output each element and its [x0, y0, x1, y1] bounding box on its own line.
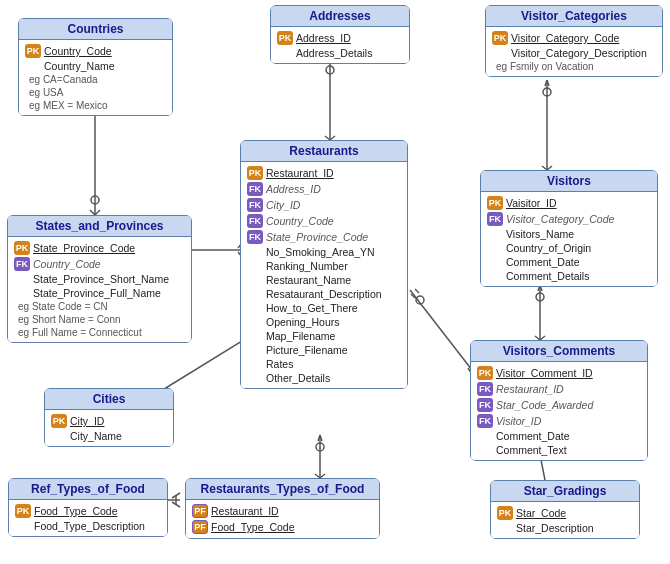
pk-badge: PK — [477, 366, 493, 380]
field-row: PKState_Province_Code — [14, 240, 185, 256]
visitors-comments-header: Visitors_Comments — [471, 341, 647, 362]
field-row: Address_Details — [277, 46, 403, 60]
field-row: PKFood_Type_Code — [15, 503, 161, 519]
svg-line-32 — [410, 290, 472, 370]
field-row: How_to_Get_There — [247, 301, 401, 315]
svg-line-59 — [172, 502, 180, 507]
field-name: eg Full Name = Connecticut — [18, 327, 142, 338]
field-row: FKVisitor_ID — [477, 413, 641, 429]
svg-point-29 — [543, 88, 551, 96]
field-row: No_Smoking_Area_YN — [247, 245, 401, 259]
field-name: Star_Code_Awarded — [496, 399, 593, 411]
visitors-body: PKVaisitor_ID FKVisitor_Category_Code Vi… — [481, 192, 657, 286]
pk-badge: PK — [497, 506, 513, 520]
field-name: Comment_Date — [506, 256, 580, 268]
pk-badge: PK — [25, 44, 41, 58]
field-name: Address_ID — [296, 32, 351, 44]
field-name: Opening_Hours — [266, 316, 340, 328]
field-name: State_Province_Code — [266, 231, 368, 243]
fk-badge: FK — [14, 257, 30, 271]
field-row: eg Fsmily on Vacation — [492, 60, 656, 73]
svg-line-37 — [415, 289, 419, 293]
field-row: Star_Description — [497, 521, 633, 535]
visitor-cat-body: PKVisitor_Category_Code Visitor_Category… — [486, 27, 662, 76]
rest-food-header: Restaurants_Types_of_Food — [186, 479, 379, 500]
svg-line-30 — [545, 80, 547, 86]
fk-badge: FK — [477, 382, 493, 396]
field-row: State_Province_Full_Name — [14, 286, 185, 300]
field-name: Visitor_Category_Code — [511, 32, 619, 44]
countries-body: PKCountry_Code Country_Name eg CA=Canada… — [19, 40, 172, 115]
field-row: FKAddress_ID — [247, 181, 401, 197]
field-name: Country_Name — [44, 60, 115, 72]
svg-point-23 — [326, 66, 334, 74]
field-name: Comment_Text — [496, 444, 567, 456]
field-row: PKStar_Code — [497, 505, 633, 521]
rest-food-entity: Restaurants_Types_of_Food PFRestaurant_I… — [185, 478, 380, 539]
ref-food-entity: Ref_Types_of_Food PKFood_Type_Code Food_… — [8, 478, 168, 537]
field-name: Vaisitor_ID — [506, 197, 557, 209]
ref-food-header: Ref_Types_of_Food — [9, 479, 167, 500]
field-name: Resataurant_Description — [266, 288, 382, 300]
field-row: PKVaisitor_ID — [487, 195, 651, 211]
svg-line-36 — [411, 294, 415, 298]
field-row: PKVisitor_Category_Code — [492, 30, 656, 46]
field-name: eg MEX = Mexico — [29, 100, 108, 111]
field-row: FKCountry_Code — [14, 256, 185, 272]
field-name: Visitor_Category_Code — [506, 213, 614, 225]
field-name: Food_Type_Code — [211, 521, 294, 533]
addresses-entity: Addresses PKAddress_ID Address_Details — [270, 5, 410, 64]
field-name: Country_Code — [44, 45, 112, 57]
field-name: Visitor_Comment_ID — [496, 367, 593, 379]
field-name: Country_Code — [33, 258, 101, 270]
fk-badge: FK — [247, 182, 263, 196]
pk-badge: PK — [51, 414, 67, 428]
field-name: Star_Description — [516, 522, 594, 534]
visitors-comments-entity: Visitors_Comments PKVisitor_Comment_ID F… — [470, 340, 648, 461]
field-row: Visitor_Category_Description — [492, 46, 656, 60]
field-name: Address_Details — [296, 47, 372, 59]
fk-badge: FK — [477, 414, 493, 428]
pk-badge: PK — [487, 196, 503, 210]
field-name: Comment_Date — [496, 430, 570, 442]
field-name: Ranking_Number — [266, 260, 348, 272]
field-name: No_Smoking_Area_YN — [266, 246, 375, 258]
field-name: Visitor_ID — [496, 415, 541, 427]
addresses-header: Addresses — [271, 6, 409, 27]
field-name: Other_Details — [266, 372, 330, 384]
states-body: PKState_Province_Code FKCountry_Code Sta… — [8, 237, 191, 342]
addresses-body: PKAddress_ID Address_Details — [271, 27, 409, 63]
field-name: Rates — [266, 358, 293, 370]
field-row: Food_Type_Description — [15, 519, 161, 533]
field-row: Ranking_Number — [247, 259, 401, 273]
field-name: Food_Type_Description — [34, 520, 145, 532]
pk-badge: PK — [277, 31, 293, 45]
field-name: Restaurant_ID — [211, 505, 279, 517]
field-row: Picture_Filename — [247, 343, 401, 357]
field-row: PKAddress_ID — [277, 30, 403, 46]
field-row: FKCity_ID — [247, 197, 401, 213]
field-row: eg CA=Canada — [25, 73, 166, 86]
states-header: States_and_Provinces — [8, 216, 191, 237]
field-row: Resataurant_Description — [247, 287, 401, 301]
pk-badge: PK — [492, 31, 508, 45]
field-row: PKCountry_Code — [25, 43, 166, 59]
field-name: Address_ID — [266, 183, 321, 195]
svg-line-55 — [320, 435, 322, 441]
diagram-container: Countries PKCountry_Code Country_Name eg… — [0, 0, 670, 564]
field-row: FKStar_Code_Awarded — [477, 397, 641, 413]
field-row: Comment_Date — [477, 429, 641, 443]
field-name: Country_Code — [266, 215, 334, 227]
field-name: Restaurant_Name — [266, 274, 351, 286]
field-name: Food_Type_Code — [34, 505, 117, 517]
countries-header: Countries — [19, 19, 172, 40]
ref-food-body: PKFood_Type_Code Food_Type_Description — [9, 500, 167, 536]
states-entity: States_and_Provinces PKState_Province_Co… — [7, 215, 192, 343]
field-row: Comment_Date — [487, 255, 651, 269]
field-name: State_Province_Short_Name — [33, 273, 169, 285]
pf-badge: PF — [192, 520, 208, 534]
star-gradings-body: PKStar_Code Star_Description — [491, 502, 639, 538]
field-name: eg Short Name = Conn — [18, 314, 121, 325]
field-name: eg USA — [29, 87, 63, 98]
field-row: PKRestaurant_ID — [247, 165, 401, 181]
